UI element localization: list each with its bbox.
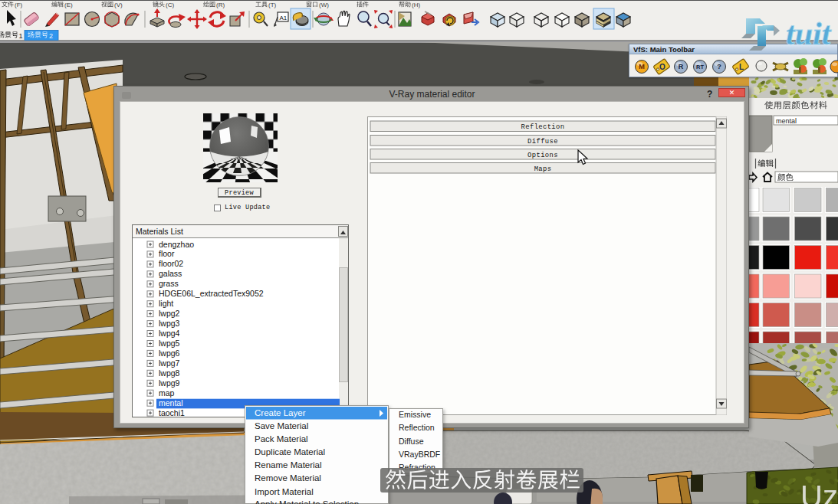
svg-text:?: ? bbox=[717, 63, 721, 70]
svg-text:Import Material: Import Material bbox=[255, 487, 314, 496]
svg-text:Save Material: Save Material bbox=[255, 421, 308, 430]
svg-text:Emissive: Emissive bbox=[399, 410, 431, 419]
svg-text:2: 2 bbox=[49, 32, 53, 40]
svg-text:map: map bbox=[159, 388, 175, 398]
svg-text:Rename Material: Rename Material bbox=[255, 460, 322, 470]
svg-text:light: light bbox=[159, 299, 173, 308]
svg-text:lwpg5: lwpg5 bbox=[159, 339, 180, 348]
svg-text:M: M bbox=[639, 62, 645, 70]
svg-text:lwpg4: lwpg4 bbox=[159, 329, 180, 338]
svg-text:A1: A1 bbox=[280, 15, 288, 21]
svg-text:Create Layer: Create Layer bbox=[255, 408, 306, 417]
svg-text:galass: galass bbox=[159, 269, 182, 278]
svg-text:lwpg6: lwpg6 bbox=[159, 349, 180, 358]
svg-text:Reflection: Reflection bbox=[399, 423, 435, 432]
svg-text:HDGE06L_extractedTex9052: HDGE06L_extractedTex9052 bbox=[159, 289, 264, 298]
svg-text:Reflection: Reflection bbox=[521, 123, 565, 131]
svg-text:mental: mental bbox=[159, 398, 183, 407]
svg-text:grass: grass bbox=[159, 279, 179, 288]
svg-text:Duplicate Material: Duplicate Material bbox=[255, 447, 325, 457]
svg-text:O: O bbox=[659, 63, 665, 71]
svg-text:dengzhao: dengzhao bbox=[159, 240, 194, 249]
svg-text:lwpg3: lwpg3 bbox=[159, 319, 180, 328]
svg-text:mental: mental bbox=[776, 117, 797, 125]
svg-text:floor02: floor02 bbox=[159, 259, 183, 268]
svg-text:RT: RT bbox=[696, 64, 704, 70]
svg-text:Pack Material: Pack Material bbox=[255, 434, 308, 443]
svg-text:lwpg7: lwpg7 bbox=[159, 358, 180, 368]
svg-text:Diffuse: Diffuse bbox=[527, 138, 558, 146]
svg-text:1: 1 bbox=[19, 32, 23, 40]
svg-text:Remove Material: Remove Material bbox=[255, 473, 321, 483]
svg-text:lwpg9: lwpg9 bbox=[159, 378, 180, 388]
svg-text:taochi1: taochi1 bbox=[159, 408, 185, 417]
svg-text:Options: Options bbox=[527, 152, 558, 159]
svg-text:tuit: tuit bbox=[786, 16, 832, 51]
svg-text:Apply Material to Selection: Apply Material to Selection bbox=[255, 499, 359, 504]
svg-text:VRayBRDF: VRayBRDF bbox=[399, 450, 440, 459]
svg-text:Maps: Maps bbox=[534, 165, 552, 173]
svg-text:lwpg8: lwpg8 bbox=[159, 368, 180, 378]
svg-text:Diffuse: Diffuse bbox=[399, 437, 424, 446]
svg-text:floor: floor bbox=[159, 249, 175, 258]
svg-text:L: L bbox=[739, 63, 744, 71]
svg-text:R: R bbox=[679, 63, 684, 70]
svg-text:lwpg2: lwpg2 bbox=[159, 309, 180, 318]
